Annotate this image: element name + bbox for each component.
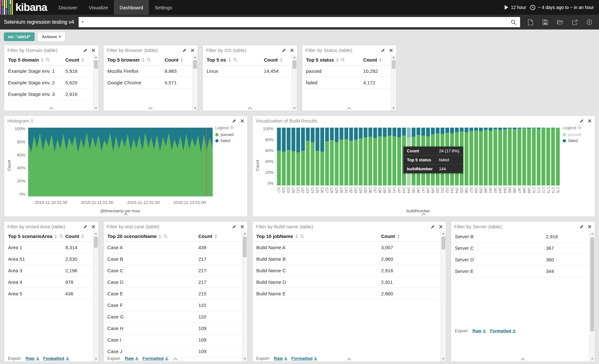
- table-row[interactable]: Case H 109: [104, 323, 242, 334]
- sort-icon[interactable]: [180, 58, 183, 62]
- nav-item-dashboard[interactable]: Dashboard: [114, 0, 149, 15]
- table-row[interactable]: Case D 217: [104, 276, 242, 288]
- edit-panel-icon[interactable]: [282, 48, 286, 53]
- edit-panel-icon[interactable]: [431, 224, 435, 229]
- scrollbar[interactable]: [242, 231, 247, 361]
- nav-item-discover[interactable]: Discover: [53, 0, 83, 15]
- scroll-thumb[interactable]: [94, 60, 98, 69]
- edit-panel-icon[interactable]: [232, 224, 236, 229]
- filter-magnifier-icon[interactable]: [46, 58, 50, 62]
- edit-panel-icon[interactable]: [83, 48, 88, 53]
- scroll-thumb[interactable]: [193, 60, 197, 69]
- remove-panel-icon[interactable]: [240, 119, 244, 123]
- table-row[interactable]: Area 1 8,314: [4, 242, 93, 253]
- export-raw-link[interactable]: Raw: [125, 356, 139, 361]
- scroll-up-arrow[interactable]: [93, 55, 98, 60]
- table-row[interactable]: Google Chrome 5,571: [104, 77, 193, 89]
- scroll-thumb[interactable]: [441, 237, 445, 250]
- table-row[interactable]: Server E 344: [451, 266, 589, 277]
- scroll-down-arrow[interactable]: [292, 106, 297, 111]
- edit-panel-icon[interactable]: [381, 48, 385, 53]
- scroll-up-arrow[interactable]: [193, 55, 198, 60]
- collapse-panel-button[interactable]: [44, 106, 59, 111]
- sort-icon[interactable]: [54, 234, 57, 238]
- table-row[interactable]: Case F 110: [104, 300, 242, 311]
- scroll-thumb[interactable]: [243, 237, 247, 257]
- table-row[interactable]: Case B 217: [104, 253, 242, 265]
- filter-actions-button[interactable]: Actions: [38, 32, 65, 41]
- scroll-up-arrow[interactable]: [93, 231, 98, 236]
- search-button[interactable]: [507, 17, 520, 27]
- table-row[interactable]: Linux 14,454: [203, 65, 292, 77]
- remove-panel-icon[interactable]: [290, 48, 294, 52]
- edit-panel-icon[interactable]: [232, 119, 236, 123]
- sort-icon[interactable]: [214, 234, 217, 238]
- table-row[interactable]: failed 4,172: [302, 77, 391, 89]
- filter-magnifier-icon[interactable]: [300, 234, 304, 238]
- legend-item-failed[interactable]: failed: [215, 139, 245, 143]
- collapse-panel-button[interactable]: [342, 106, 356, 111]
- scroll-down-arrow[interactable]: [93, 356, 98, 361]
- edit-panel-icon[interactable]: [83, 224, 88, 229]
- collapse-panel-button[interactable]: [243, 106, 257, 111]
- legend-item-failed[interactable]: failed: [563, 139, 592, 143]
- remove-panel-icon[interactable]: [588, 225, 592, 229]
- scrollbar[interactable]: [391, 55, 396, 111]
- table-row[interactable]: Server D 360: [451, 254, 589, 266]
- share-dashboard-button[interactable]: [569, 17, 580, 28]
- table-row[interactable]: Case A 439: [104, 242, 242, 253]
- remove-panel-icon[interactable]: [91, 48, 95, 52]
- scroll-thumb[interactable]: [590, 237, 594, 331]
- nav-item-visualize[interactable]: Visualize: [83, 0, 114, 15]
- export-raw-link[interactable]: Raw: [26, 356, 39, 361]
- filter-magnifier-icon[interactable]: [233, 58, 237, 62]
- scroll-thumb[interactable]: [94, 237, 98, 248]
- remove-panel-icon[interactable]: [240, 225, 244, 229]
- scroll-down-arrow[interactable]: [93, 106, 98, 111]
- sort-icon[interactable]: [81, 234, 84, 238]
- load-dashboard-button[interactable]: [554, 17, 566, 28]
- scroll-down-arrow[interactable]: [193, 106, 198, 111]
- scroll-thumb[interactable]: [293, 60, 296, 69]
- collapse-panel-button[interactable]: [143, 106, 158, 111]
- new-dashboard-button[interactable]: [525, 17, 536, 28]
- remove-panel-icon[interactable]: [588, 119, 592, 123]
- scroll-up-arrow[interactable]: [590, 231, 595, 236]
- area-chart-plot[interactable]: [28, 128, 213, 197]
- remove-panel-icon[interactable]: [191, 48, 194, 52]
- sort-icon[interactable]: [280, 58, 283, 62]
- kibana-logo[interactable]: kibana: [0, 0, 53, 15]
- scroll-up-arrow[interactable]: [391, 55, 396, 60]
- scroll-thumb[interactable]: [392, 60, 396, 69]
- table-row[interactable]: Case C 217: [104, 265, 242, 276]
- table-row[interactable]: Area 51 2,530: [4, 253, 93, 265]
- table-row[interactable]: Area 4 978: [4, 276, 93, 288]
- legend-item-passed[interactable]: passed: [563, 132, 592, 137]
- table-row[interactable]: Case E 215: [104, 288, 242, 300]
- scrollbar[interactable]: [589, 231, 595, 361]
- scrollbar[interactable]: [441, 231, 446, 361]
- table-row[interactable]: Example Stage env. 2 5,620: [4, 77, 93, 89]
- sort-icon[interactable]: [142, 58, 145, 62]
- legend-item-passed[interactable]: passed: [215, 132, 245, 137]
- table-row[interactable]: Server C 367: [451, 242, 589, 254]
- table-row[interactable]: Mozilla Firefox 8,883: [104, 65, 193, 77]
- scroll-down-arrow[interactable]: [242, 356, 247, 361]
- table-row[interactable]: Build Name C 2,916: [252, 265, 441, 276]
- collapse-panel-button[interactable]: [44, 357, 59, 361]
- table-row[interactable]: Case I 109: [104, 334, 242, 346]
- nav-item-settings[interactable]: Settings: [149, 0, 178, 15]
- scrollbar[interactable]: [292, 55, 297, 111]
- sort-icon[interactable]: [336, 58, 339, 62]
- filter-magnifier-icon[interactable]: [59, 234, 63, 238]
- table-row[interactable]: Example Stage env. 1 5,918: [4, 65, 93, 77]
- remove-panel-icon[interactable]: [439, 225, 443, 229]
- collapse-panel-button[interactable]: [118, 212, 133, 216]
- table-row[interactable]: Server B 2,916: [451, 231, 589, 242]
- table-row[interactable]: Build Name B 2,960: [252, 253, 441, 265]
- table-row[interactable]: Build Name D 2,911: [252, 276, 441, 288]
- add-visualization-button[interactable]: [584, 17, 595, 28]
- table-row[interactable]: passed 10,282: [302, 65, 391, 77]
- sort-icon[interactable]: [228, 58, 231, 62]
- remove-panel-icon[interactable]: [91, 225, 95, 229]
